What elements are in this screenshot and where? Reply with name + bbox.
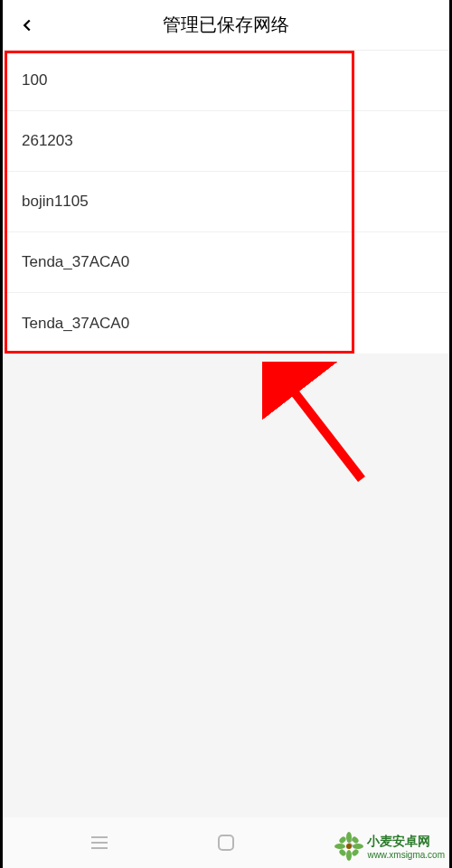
network-name: Tenda_37ACA0 bbox=[22, 253, 129, 271]
svg-point-9 bbox=[334, 844, 345, 849]
svg-line-1 bbox=[285, 380, 362, 479]
nav-recent-button[interactable] bbox=[77, 825, 122, 861]
network-item[interactable]: Tenda_37ACA0 bbox=[0, 232, 452, 293]
network-name: 261203 bbox=[22, 132, 73, 150]
svg-point-6 bbox=[346, 844, 352, 849]
back-button[interactable] bbox=[9, 7, 45, 43]
watermark-url: www.xmsigma.com bbox=[367, 850, 445, 860]
network-name: Tenda_37ACA0 bbox=[22, 315, 129, 333]
network-item[interactable]: 261203 bbox=[0, 111, 452, 172]
watermark-title: 小麦安卓网 bbox=[367, 834, 430, 850]
nav-home-button[interactable] bbox=[203, 825, 249, 861]
svg-point-11 bbox=[338, 835, 347, 844]
watermark-logo-icon bbox=[334, 832, 363, 861]
svg-point-8 bbox=[346, 850, 352, 861]
saved-networks-list: 100 261203 bojin1105 Tenda_37ACA0 Tenda_… bbox=[0, 51, 452, 354]
header-bar: 管理已保存网络 bbox=[0, 0, 452, 51]
svg-rect-5 bbox=[219, 835, 233, 850]
svg-point-14 bbox=[351, 848, 360, 857]
annotation-arrow bbox=[262, 362, 380, 501]
page-title: 管理已保存网络 bbox=[0, 13, 452, 37]
network-item[interactable]: 100 bbox=[0, 51, 452, 111]
svg-point-10 bbox=[353, 844, 363, 849]
svg-point-13 bbox=[338, 848, 347, 857]
watermark-text: 小麦安卓网 www.xmsigma.com bbox=[367, 834, 445, 860]
network-item[interactable]: Tenda_37ACA0 bbox=[0, 293, 452, 354]
back-chevron-icon bbox=[17, 15, 37, 35]
home-square-icon bbox=[217, 834, 235, 852]
watermark: 小麦安卓网 www.xmsigma.com bbox=[334, 832, 445, 861]
network-name: 100 bbox=[22, 71, 47, 90]
network-item[interactable]: bojin1105 bbox=[0, 172, 452, 232]
svg-point-7 bbox=[346, 832, 352, 843]
menu-lines-icon bbox=[89, 835, 109, 850]
svg-point-12 bbox=[351, 835, 360, 844]
network-name: bojin1105 bbox=[22, 193, 89, 211]
